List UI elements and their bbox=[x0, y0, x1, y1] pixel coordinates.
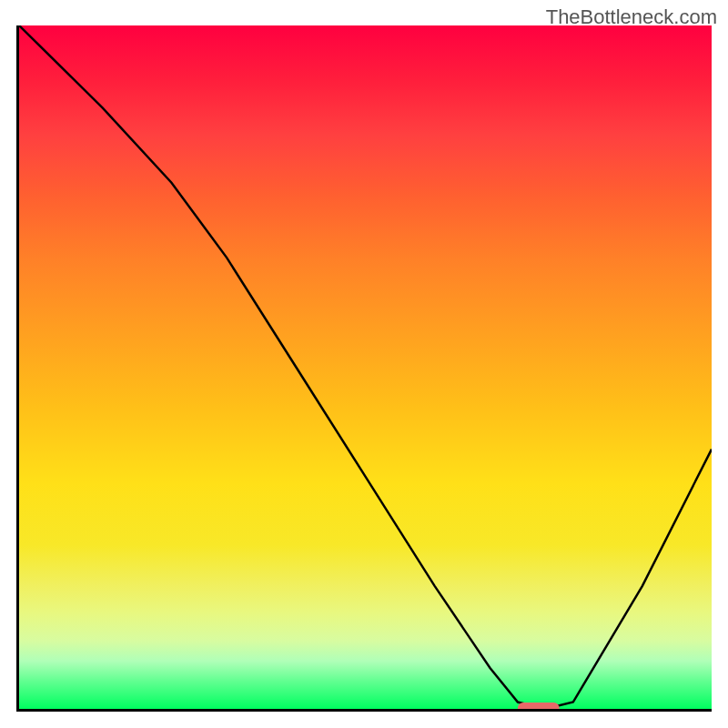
watermark-label: TheBottleneck.com bbox=[546, 5, 717, 29]
chart-container: TheBottleneck.com bbox=[0, 0, 728, 728]
optimal-marker bbox=[518, 703, 560, 709]
curve-layer bbox=[19, 25, 712, 709]
plot-area bbox=[16, 25, 712, 712]
bottleneck-curve bbox=[19, 25, 712, 709]
